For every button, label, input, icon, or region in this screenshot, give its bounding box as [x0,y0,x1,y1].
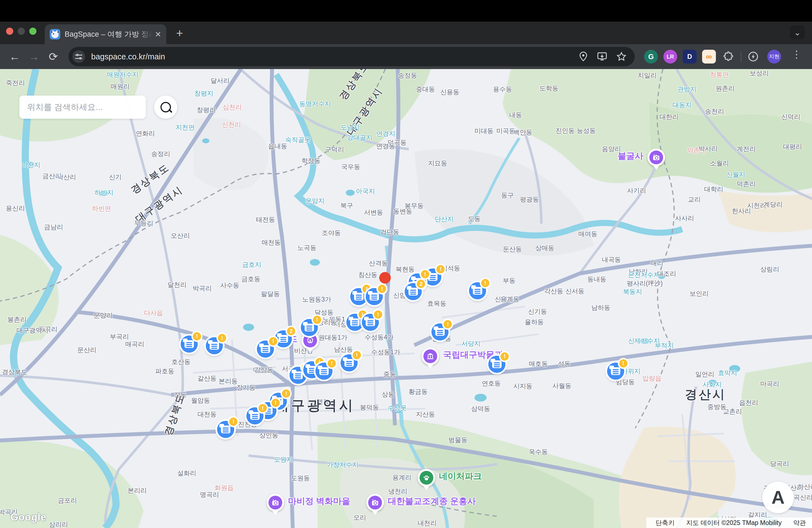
install-app-icon[interactable] [597,51,608,62]
bag-marker[interactable]: ! [206,337,223,354]
reload-button[interactable]: ⟳ [45,48,62,65]
map-label: 송정리 [151,150,170,158]
map-label: 남산동 [334,345,353,354]
map-label: 경상북도 [2,368,27,376]
map-label: 압량읍 [642,374,662,383]
bag-marker[interactable]: ! [350,288,367,305]
marker-badge: 2 [417,280,425,288]
map-label: 소월리 [710,159,729,167]
bag-marker[interactable]: ! [246,407,263,424]
bookmark-star-icon[interactable] [616,51,627,62]
bag-marker[interactable]: ! [607,363,624,380]
bag-marker[interactable]: ! [362,314,379,331]
search-button[interactable] [154,96,177,119]
bag-marker[interactable]: ! [217,421,234,438]
bag-marker[interactable]: ! [431,323,449,340]
map-label: 마곡리 [760,380,779,388]
map-label: 동구 [501,191,514,200]
map-label: 감삼동 [255,365,273,374]
bag-marker[interactable]: 2 [275,330,292,348]
extension-d-icon[interactable]: D [683,50,697,63]
tab-title: BagSpace – 여행 가방 정리 도우 [64,29,153,39]
bag-marker[interactable]: ! [340,354,358,371]
map-label: 매호동 [529,360,548,368]
zoom-window-button[interactable] [29,28,37,35]
search-input[interactable] [27,102,138,112]
poi-label: 대한불교조계종 운흥사 [388,495,476,507]
poi-pin-paw[interactable]: 네이처파크 [418,469,435,487]
map-label: 오산리 [171,231,190,240]
map-label: 박사리 [698,144,717,153]
map-label: 원촌리 [715,84,735,92]
map-label: 연경동 [376,142,395,150]
bag-document-icon [435,328,445,336]
account-avatar-button[interactable]: A [762,482,794,513]
terms-link[interactable]: 약관 [793,518,806,527]
shortcut-link[interactable]: 단축키 [656,518,675,527]
map-label: 단산지 [435,215,454,223]
map-label: 수성동1가 [371,348,400,356]
map-label: 설화리 [177,469,197,477]
map-label: 금포리 [58,496,77,505]
forward-button[interactable]: → [25,48,43,65]
back-button[interactable]: ← [6,48,23,65]
bag-document-icon [209,342,219,350]
extension-loops-icon[interactable]: ∞ [702,50,716,63]
map-label: 읍내동 [268,142,287,150]
bag-marker[interactable]: ! [366,288,383,305]
bag-marker[interactable]: ! [315,363,333,380]
map-label: 달서리 [211,76,230,85]
map-label: 용신리 [6,204,25,212]
minimize-window-button[interactable] [18,28,25,35]
poi-pin-camera[interactable]: 마비정 벽화마을 [266,494,284,511]
site-settings-icon[interactable] [72,50,85,63]
map-label: 냉천리 [388,487,407,496]
map-label: 지천면 [176,123,195,132]
performance-bolt-icon[interactable] [746,50,760,63]
browser-menu-kebab-icon[interactable]: ⋮ [792,48,801,60]
tab-bagspace[interactable]: BagSpace – 여행 가방 정리 도우 ✕ [45,24,166,44]
map-label: 송정동 [398,71,417,80]
bag-marker[interactable]: ! [469,282,486,299]
bag-marker[interactable]: 2 [405,283,422,300]
map-label: 오리 [353,513,366,522]
map-label: 박곡리 [193,284,212,293]
bag-document-icon [492,361,502,368]
map-label: 남하동 [591,304,610,312]
new-tab-button[interactable]: + [176,28,183,39]
extension-lr-icon[interactable]: LR [663,50,677,63]
location-pin-icon[interactable] [578,51,588,62]
bag-marker[interactable]: ! [346,314,363,331]
map-label: 대동지 [672,101,692,109]
poi-pin-camera[interactable]: 대한불교조계종 운흥사 [366,494,384,511]
bag-marker[interactable]: ! [180,336,198,353]
poi-label: 불굴사 [618,150,643,162]
close-window-button[interactable] [6,28,13,35]
map-canvas[interactable]: 매원저수지달서리매원리창평지창평리죽전리동명저수지송정동중대동신용동용수동도학동… [0,69,812,528]
google-watermark: Google [11,511,46,523]
map-label: 효목동 [427,299,446,308]
map-label: 미곡동 [496,127,516,135]
extension-grammarly-icon[interactable]: G [644,50,658,63]
url-text[interactable]: bagspace.co.kr/main [91,52,578,61]
marker-badge: 2 [287,327,295,335]
map-label: 북동지 [623,288,642,296]
map-label: 보성리 [750,69,769,77]
poi-pin-museum[interactable]: 국립대구박물관 [421,348,439,365]
bag-marker[interactable]: ! [301,319,318,336]
paw-icon [418,469,435,487]
tab-search-chevron-icon[interactable]: ⌄ [790,25,805,39]
bag-marker[interactable]: ! [257,340,274,357]
map-label: 송천리 [705,107,724,115]
marker-badge: ! [619,359,627,368]
bag-marker[interactable]: ! [488,356,505,373]
extensions-puzzle-icon[interactable] [721,50,735,63]
bag-document-icon [185,340,194,348]
tab-close-icon[interactable]: ✕ [155,30,161,39]
address-bar[interactable]: bagspace.co.kr/main [69,47,635,66]
profile-avatar[interactable]: 지현 [767,50,781,63]
poi-pin-camera[interactable]: 불굴사 [648,149,665,166]
map-label: 계전리 [737,145,756,153]
map-attribution: 단축키 지도 데이터 ©2025 TMap Mobility 약관 [646,517,812,528]
location-search-box[interactable] [19,96,146,119]
